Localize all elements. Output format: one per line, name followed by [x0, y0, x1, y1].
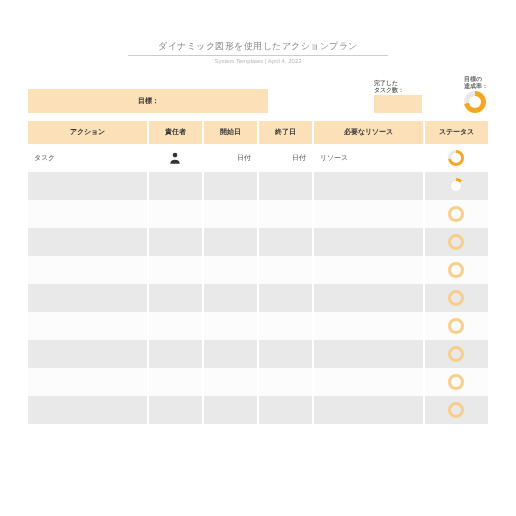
achievement-donut [464, 91, 486, 113]
cell-status[interactable] [424, 256, 488, 284]
table-row[interactable] [28, 200, 488, 228]
table-row[interactable] [28, 256, 488, 284]
cell-status[interactable] [424, 368, 488, 396]
cell-resource[interactable] [313, 368, 423, 396]
cell-status[interactable] [424, 312, 488, 340]
cell-action[interactable] [28, 256, 148, 284]
table-row[interactable] [28, 396, 488, 424]
cell-person[interactable] [148, 228, 203, 256]
status-ring-icon [448, 234, 464, 250]
cell-status[interactable] [424, 396, 488, 424]
cell-end[interactable] [258, 312, 313, 340]
col-action: アクション [28, 121, 148, 144]
cell-action[interactable] [28, 172, 148, 200]
cell-action[interactable] [28, 312, 148, 340]
achievement-label: 目標の 達成率： [464, 76, 488, 89]
col-resource: 必要なリソース [313, 121, 423, 144]
cell-resource[interactable] [313, 340, 423, 368]
status-ring-icon [448, 346, 464, 362]
cell-person[interactable] [148, 340, 203, 368]
page-subtitle: System Templates | April 4, 2023 [28, 58, 488, 64]
col-start: 開始日 [203, 121, 258, 144]
status-ring-icon [448, 290, 464, 306]
cell-resource[interactable] [313, 256, 423, 284]
cell-end[interactable] [258, 172, 313, 200]
completed-tasks-box[interactable] [374, 95, 422, 113]
cell-status[interactable] [424, 200, 488, 228]
cell-resource[interactable] [313, 312, 423, 340]
cell-start[interactable] [203, 312, 258, 340]
table-row[interactable] [28, 172, 488, 200]
cell-action[interactable] [28, 284, 148, 312]
cell-person[interactable] [148, 396, 203, 424]
cell-end[interactable]: 日付 [258, 144, 313, 172]
cell-start[interactable] [203, 256, 258, 284]
cell-start[interactable] [203, 228, 258, 256]
col-person: 責任者 [148, 121, 203, 144]
cell-action[interactable] [28, 396, 148, 424]
status-ring-icon [448, 318, 464, 334]
person-icon [168, 151, 182, 165]
cell-resource[interactable] [313, 172, 423, 200]
table-row[interactable]: タスク日付日付リソース [28, 144, 488, 172]
table-row[interactable] [28, 284, 488, 312]
cell-action[interactable] [28, 340, 148, 368]
table-row[interactable] [28, 312, 488, 340]
cell-start[interactable] [203, 200, 258, 228]
cell-start[interactable] [203, 172, 258, 200]
cell-resource[interactable] [313, 200, 423, 228]
cell-action[interactable] [28, 200, 148, 228]
cell-person[interactable] [148, 312, 203, 340]
cell-person[interactable] [148, 256, 203, 284]
cell-start[interactable] [203, 340, 258, 368]
table-row[interactable] [28, 340, 488, 368]
cell-resource[interactable]: リソース [313, 144, 423, 172]
status-ring-icon [448, 150, 464, 166]
cell-end[interactable] [258, 396, 313, 424]
completed-tasks-label: 完了した タスク数： [374, 80, 422, 93]
topbar: 目標： 完了した タスク数： 目標の 達成率： [28, 76, 488, 113]
goal-box[interactable]: 目標： [28, 89, 268, 113]
status-ring-icon [448, 374, 464, 390]
cell-start[interactable] [203, 284, 258, 312]
cell-status[interactable] [424, 172, 488, 200]
cell-resource[interactable] [313, 284, 423, 312]
cell-person[interactable] [148, 172, 203, 200]
cell-action[interactable] [28, 228, 148, 256]
col-end: 終了日 [258, 121, 313, 144]
cell-person[interactable] [148, 284, 203, 312]
table-header-row: アクション 責任者 開始日 終了日 必要なリソース ステータス [28, 121, 488, 144]
page-title: ダイナミック図形を使用したアクションプラン [128, 40, 388, 56]
cell-status[interactable] [424, 284, 488, 312]
cell-person[interactable] [148, 200, 203, 228]
status-ring-icon [448, 178, 464, 194]
cell-resource[interactable] [313, 228, 423, 256]
cell-start[interactable]: 日付 [203, 144, 258, 172]
cell-status[interactable] [424, 144, 488, 172]
status-ring-icon [448, 206, 464, 222]
cell-end[interactable] [258, 200, 313, 228]
cell-person[interactable] [148, 144, 203, 172]
action-table: アクション 責任者 開始日 終了日 必要なリソース ステータス タスク日付日付リ… [28, 121, 488, 424]
cell-start[interactable] [203, 396, 258, 424]
cell-end[interactable] [258, 340, 313, 368]
cell-person[interactable] [148, 368, 203, 396]
table-row[interactable] [28, 368, 488, 396]
table-row[interactable] [28, 228, 488, 256]
status-ring-icon [448, 262, 464, 278]
cell-action[interactable]: タスク [28, 144, 148, 172]
cell-end[interactable] [258, 368, 313, 396]
cell-action[interactable] [28, 368, 148, 396]
svg-point-0 [173, 153, 178, 158]
cell-start[interactable] [203, 368, 258, 396]
cell-end[interactable] [258, 284, 313, 312]
cell-status[interactable] [424, 340, 488, 368]
cell-resource[interactable] [313, 396, 423, 424]
cell-status[interactable] [424, 228, 488, 256]
cell-end[interactable] [258, 228, 313, 256]
cell-end[interactable] [258, 256, 313, 284]
status-ring-icon [448, 402, 464, 418]
col-status: ステータス [424, 121, 488, 144]
